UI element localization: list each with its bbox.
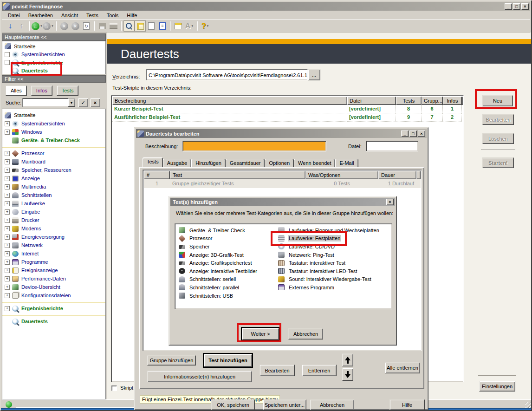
entfernen-button[interactable]: Entfernen (302, 365, 337, 376)
informationsseiten-hinzufuegen-button[interactable]: Informationsseite(n) hinzufügen (147, 371, 252, 382)
tree-item[interactable]: +Device-Übersicht (2, 283, 105, 291)
test-category-item[interactable]: Tastatur: interaktiver Test (278, 259, 380, 267)
loeschen-button[interactable]: Löschen (482, 133, 514, 144)
table-row[interactable]: Kurzer Beispiel-Test[vordefiniert]861 (112, 105, 462, 113)
directory-input[interactable]: C:\ProgramData\pcvisit Software AG\tools… (146, 69, 308, 80)
filter-tab-infos[interactable]: Infos (31, 85, 52, 96)
menu-ansicht[interactable]: Ansicht (57, 12, 82, 19)
test-category-item[interactable]: Speicher (179, 242, 258, 251)
tree-item[interactable]: Startseite (2, 42, 105, 51)
tab-wenn-beendet[interactable]: Wenn beendet (294, 159, 335, 167)
upload-button[interactable]: ↑ (16, 20, 27, 32)
expand-box[interactable] (5, 52, 10, 57)
expand-box[interactable]: + (5, 268, 10, 273)
tree-item[interactable]: +Energieversorgung (2, 233, 105, 241)
move-up-button[interactable] (342, 353, 353, 366)
tab-hinzuf-gen[interactable]: Hinzufügen (191, 159, 226, 167)
expand-box[interactable]: + (5, 168, 10, 173)
expand-box[interactable] (5, 60, 10, 65)
expand-box[interactable]: + (5, 151, 10, 156)
tree-item[interactable]: +Schnittstellen (2, 191, 105, 199)
sidebar-header-filter[interactable]: Filter << (2, 75, 106, 83)
resize-grip[interactable] (526, 402, 532, 408)
tree-item[interactable]: +Laufwerke (2, 199, 105, 208)
filter-tab-alles[interactable]: Alles (6, 85, 27, 96)
table-row[interactable]: Ausführlicher Beispiel-Test[vordefiniert… (112, 113, 462, 122)
forward-button[interactable]: →▼ (43, 20, 54, 32)
column-header[interactable]: Infos (443, 97, 462, 105)
test-category-item[interactable]: Sound: interaktiver Wiedergabe-Test (278, 275, 380, 284)
expand-box[interactable]: + (5, 235, 10, 240)
eintrag-bearbeiten-button[interactable]: Bearbeiten (260, 365, 295, 376)
bearbeiten-button[interactable]: Bearbeiten (482, 114, 514, 125)
test-category-item[interactable]: Externes Programm (278, 283, 380, 292)
alle-entfernen-button[interactable]: Alle entfernen (385, 362, 420, 373)
test-hinzufuegen-button[interactable]: Test hinzufügen (204, 354, 252, 367)
tree-item[interactable]: +Konfigurationsdateien (2, 291, 105, 300)
expand-box[interactable]: + (5, 184, 10, 189)
menu-bearbeiten[interactable]: Bearbeiten (24, 12, 57, 19)
expand-box[interactable]: + (5, 121, 10, 126)
search-input[interactable] (22, 98, 75, 107)
dropdown-caret-icon[interactable]: ▼ (206, 25, 209, 27)
expand-box[interactable]: + (5, 209, 10, 215)
back-button[interactable]: ←▼ (32, 20, 43, 32)
dropdown-caret-icon[interactable]: ▼ (191, 25, 194, 27)
tree-item[interactable]: +Modems (2, 224, 105, 233)
expand-box[interactable]: + (5, 159, 10, 164)
move-down-button[interactable] (342, 368, 353, 381)
test-category-item[interactable]: Schnittstellen: parallel (179, 283, 258, 292)
tree-item[interactable]: Systemübersichten (2, 51, 105, 59)
browse-button[interactable]: ... (308, 69, 320, 80)
tree-item[interactable]: +Anzeige (2, 174, 105, 183)
tree-item[interactable]: +Speicher, Ressourcen (2, 166, 105, 174)
einstellungen-button[interactable]: Einstellungen (479, 381, 515, 391)
column-header[interactable]: Datei (347, 97, 396, 105)
menu-tools[interactable]: Tools (103, 12, 123, 19)
gruppe-hinzufuegen-button[interactable]: Gruppe hinzufügen (147, 355, 196, 365)
tab-optionen[interactable]: Optionen (265, 159, 294, 167)
test-category-item[interactable]: Schnittstellen: USB (179, 292, 258, 300)
close-button[interactable]: × (386, 199, 394, 205)
close-button[interactable]: × (418, 130, 425, 137)
ok-speichern-button[interactable]: OK, speichern (211, 399, 255, 410)
tree-item[interactable]: +Ereignisanzeige (2, 266, 105, 274)
search-clear-button[interactable]: × (90, 98, 100, 107)
search-button[interactable] (123, 20, 135, 32)
column-header[interactable]: Beschreibung (112, 97, 347, 105)
test-category-item[interactable]: Anzeige: 3D-Grafik-Test (179, 251, 258, 259)
menu-datei[interactable]: Datei (4, 12, 24, 19)
tree-item[interactable]: +Ergebnisberichte (2, 304, 105, 313)
tree-item[interactable]: +Drucker (2, 216, 105, 224)
expand-box[interactable]: + (5, 201, 10, 206)
treeview-button[interactable] (135, 20, 146, 32)
beschreibung-input[interactable] (182, 141, 326, 151)
minimize-button[interactable]: _ (401, 130, 409, 137)
expand-box[interactable]: + (5, 260, 10, 265)
stop-all-button[interactable]: × (70, 20, 81, 32)
column-header[interactable]: Dauer (378, 171, 416, 179)
dialog-abbrechen-button[interactable]: Abbrechen (310, 399, 354, 410)
tree-item[interactable]: +Eingabe (2, 208, 105, 216)
tree-item[interactable]: +Systemübersichten (2, 119, 105, 128)
expand-box[interactable]: + (5, 306, 10, 311)
test-category-item[interactable]: Anzeige: interaktive Testbilder (179, 267, 258, 275)
expand-box[interactable]: + (5, 285, 10, 290)
tree-item[interactable]: +Mainboard (2, 157, 105, 166)
title-bar[interactable]: pcvisit Ferndiagnose _□× (2, 2, 530, 11)
tree-item[interactable]: +Windows (2, 128, 105, 136)
test-category-item[interactable]: Netzwerk: Ping-Test (278, 251, 380, 259)
refresh-button[interactable]: ↻ (81, 20, 92, 32)
speichern-unter-button[interactable]: Speichern unter... (263, 399, 306, 410)
document-view-button[interactable] (146, 20, 157, 32)
column-header[interactable]: Tests (396, 97, 422, 105)
expand-box[interactable]: + (5, 193, 10, 198)
report-view-button[interactable]: ≣ (157, 20, 168, 32)
stop-button[interactable]: × (58, 20, 70, 32)
search-apply-button[interactable]: ✓ (78, 98, 88, 107)
column-header[interactable]: Grupp... (422, 97, 443, 105)
column-header[interactable]: # (144, 171, 170, 179)
expand-box[interactable]: + (5, 276, 10, 281)
edit-dialog-title-bar[interactable]: Dauertests bearbeiten _□× (136, 129, 427, 138)
properties-button[interactable] (173, 20, 184, 32)
